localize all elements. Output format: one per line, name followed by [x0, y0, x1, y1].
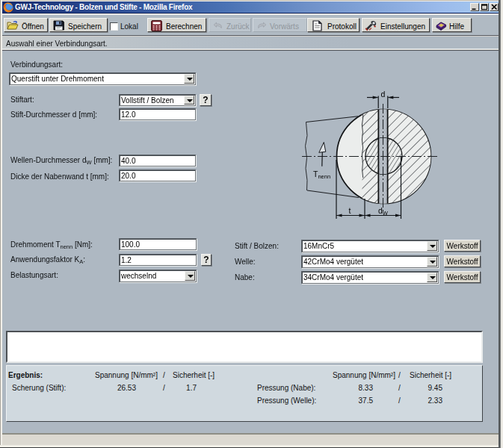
svg-text:d: d	[381, 90, 386, 99]
svg-text:t: t	[349, 206, 351, 215]
svg-text:Tnenn: Tnenn	[313, 169, 330, 180]
